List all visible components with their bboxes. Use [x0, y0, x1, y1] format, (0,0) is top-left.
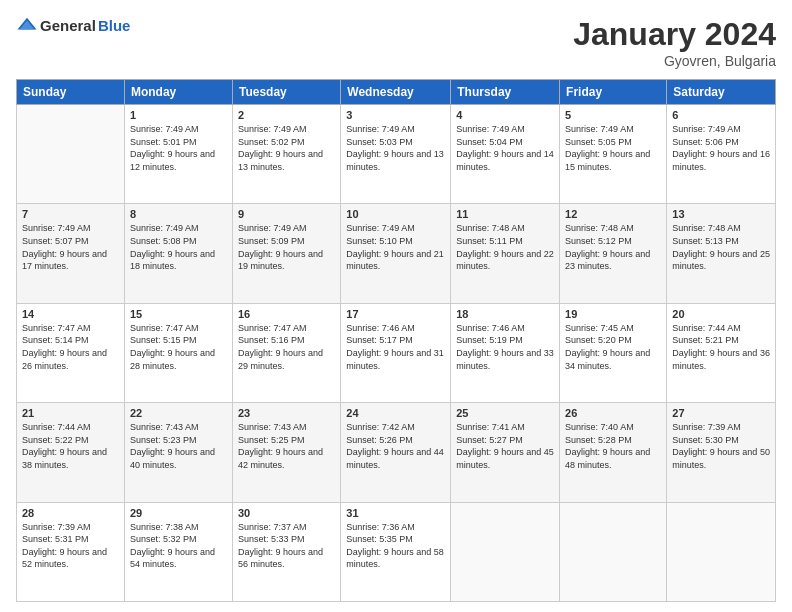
- day-info: Sunrise: 7:43 AM Sunset: 5:25 PM Dayligh…: [238, 421, 335, 471]
- day-info: Sunrise: 7:48 AM Sunset: 5:11 PM Dayligh…: [456, 222, 554, 272]
- day-thursday: Thursday: [451, 80, 560, 105]
- day-info: Sunrise: 7:49 AM Sunset: 5:01 PM Dayligh…: [130, 123, 227, 173]
- table-row: 29 Sunrise: 7:38 AM Sunset: 5:32 PM Dayl…: [124, 502, 232, 601]
- day-number: 31: [346, 507, 445, 519]
- table-row: 2 Sunrise: 7:49 AM Sunset: 5:02 PM Dayli…: [232, 105, 340, 204]
- day-number: 13: [672, 208, 770, 220]
- day-number: 20: [672, 308, 770, 320]
- header: General Blue January 2024 Gyovren, Bulga…: [16, 16, 776, 69]
- calendar-row: 14 Sunrise: 7:47 AM Sunset: 5:14 PM Dayl…: [17, 303, 776, 402]
- day-number: 28: [22, 507, 119, 519]
- table-row: 19 Sunrise: 7:45 AM Sunset: 5:20 PM Dayl…: [560, 303, 667, 402]
- table-row: 5 Sunrise: 7:49 AM Sunset: 5:05 PM Dayli…: [560, 105, 667, 204]
- calendar-row: 1 Sunrise: 7:49 AM Sunset: 5:01 PM Dayli…: [17, 105, 776, 204]
- day-number: 29: [130, 507, 227, 519]
- table-row: [17, 105, 125, 204]
- day-info: Sunrise: 7:39 AM Sunset: 5:31 PM Dayligh…: [22, 521, 119, 571]
- day-number: 8: [130, 208, 227, 220]
- day-friday: Friday: [560, 80, 667, 105]
- day-info: Sunrise: 7:48 AM Sunset: 5:13 PM Dayligh…: [672, 222, 770, 272]
- day-info: Sunrise: 7:47 AM Sunset: 5:15 PM Dayligh…: [130, 322, 227, 372]
- day-number: 22: [130, 407, 227, 419]
- table-row: 31 Sunrise: 7:36 AM Sunset: 5:35 PM Dayl…: [341, 502, 451, 601]
- table-row: 11 Sunrise: 7:48 AM Sunset: 5:11 PM Dayl…: [451, 204, 560, 303]
- table-row: 16 Sunrise: 7:47 AM Sunset: 5:16 PM Dayl…: [232, 303, 340, 402]
- title-area: January 2024 Gyovren, Bulgaria: [573, 16, 776, 69]
- day-info: Sunrise: 7:42 AM Sunset: 5:26 PM Dayligh…: [346, 421, 445, 471]
- day-monday: Monday: [124, 80, 232, 105]
- day-info: Sunrise: 7:41 AM Sunset: 5:27 PM Dayligh…: [456, 421, 554, 471]
- day-info: Sunrise: 7:46 AM Sunset: 5:17 PM Dayligh…: [346, 322, 445, 372]
- table-row: 6 Sunrise: 7:49 AM Sunset: 5:06 PM Dayli…: [667, 105, 776, 204]
- table-row: 3 Sunrise: 7:49 AM Sunset: 5:03 PM Dayli…: [341, 105, 451, 204]
- calendar-row: 21 Sunrise: 7:44 AM Sunset: 5:22 PM Dayl…: [17, 403, 776, 502]
- day-info: Sunrise: 7:49 AM Sunset: 5:02 PM Dayligh…: [238, 123, 335, 173]
- table-row: 25 Sunrise: 7:41 AM Sunset: 5:27 PM Dayl…: [451, 403, 560, 502]
- table-row: 9 Sunrise: 7:49 AM Sunset: 5:09 PM Dayli…: [232, 204, 340, 303]
- day-info: Sunrise: 7:47 AM Sunset: 5:14 PM Dayligh…: [22, 322, 119, 372]
- day-info: Sunrise: 7:38 AM Sunset: 5:32 PM Dayligh…: [130, 521, 227, 571]
- calendar-row: 7 Sunrise: 7:49 AM Sunset: 5:07 PM Dayli…: [17, 204, 776, 303]
- day-info: Sunrise: 7:44 AM Sunset: 5:21 PM Dayligh…: [672, 322, 770, 372]
- logo-blue-text: Blue: [98, 17, 131, 34]
- day-number: 6: [672, 109, 770, 121]
- table-row: 1 Sunrise: 7:49 AM Sunset: 5:01 PM Dayli…: [124, 105, 232, 204]
- day-number: 30: [238, 507, 335, 519]
- table-row: 28 Sunrise: 7:39 AM Sunset: 5:31 PM Dayl…: [17, 502, 125, 601]
- table-row: 21 Sunrise: 7:44 AM Sunset: 5:22 PM Dayl…: [17, 403, 125, 502]
- subtitle: Gyovren, Bulgaria: [573, 53, 776, 69]
- table-row: [560, 502, 667, 601]
- day-sunday: Sunday: [17, 80, 125, 105]
- day-number: 14: [22, 308, 119, 320]
- day-info: Sunrise: 7:49 AM Sunset: 5:04 PM Dayligh…: [456, 123, 554, 173]
- day-number: 10: [346, 208, 445, 220]
- logo: General Blue: [16, 16, 130, 34]
- table-row: 30 Sunrise: 7:37 AM Sunset: 5:33 PM Dayl…: [232, 502, 340, 601]
- day-number: 25: [456, 407, 554, 419]
- logo-general-text: General: [40, 17, 96, 34]
- day-info: Sunrise: 7:49 AM Sunset: 5:06 PM Dayligh…: [672, 123, 770, 173]
- day-info: Sunrise: 7:49 AM Sunset: 5:07 PM Dayligh…: [22, 222, 119, 272]
- day-number: 24: [346, 407, 445, 419]
- day-info: Sunrise: 7:49 AM Sunset: 5:09 PM Dayligh…: [238, 222, 335, 272]
- day-number: 27: [672, 407, 770, 419]
- table-row: 7 Sunrise: 7:49 AM Sunset: 5:07 PM Dayli…: [17, 204, 125, 303]
- table-row: 13 Sunrise: 7:48 AM Sunset: 5:13 PM Dayl…: [667, 204, 776, 303]
- table-row: 4 Sunrise: 7:49 AM Sunset: 5:04 PM Dayli…: [451, 105, 560, 204]
- day-info: Sunrise: 7:47 AM Sunset: 5:16 PM Dayligh…: [238, 322, 335, 372]
- table-row: [451, 502, 560, 601]
- day-info: Sunrise: 7:36 AM Sunset: 5:35 PM Dayligh…: [346, 521, 445, 571]
- day-number: 2: [238, 109, 335, 121]
- days-header-row: Sunday Monday Tuesday Wednesday Thursday…: [17, 80, 776, 105]
- table-row: 10 Sunrise: 7:49 AM Sunset: 5:10 PM Dayl…: [341, 204, 451, 303]
- table-row: 20 Sunrise: 7:44 AM Sunset: 5:21 PM Dayl…: [667, 303, 776, 402]
- day-info: Sunrise: 7:43 AM Sunset: 5:23 PM Dayligh…: [130, 421, 227, 471]
- day-tuesday: Tuesday: [232, 80, 340, 105]
- day-number: 9: [238, 208, 335, 220]
- day-wednesday: Wednesday: [341, 80, 451, 105]
- day-info: Sunrise: 7:48 AM Sunset: 5:12 PM Dayligh…: [565, 222, 661, 272]
- day-number: 1: [130, 109, 227, 121]
- day-number: 11: [456, 208, 554, 220]
- table-row: 17 Sunrise: 7:46 AM Sunset: 5:17 PM Dayl…: [341, 303, 451, 402]
- day-number: 21: [22, 407, 119, 419]
- table-row: 18 Sunrise: 7:46 AM Sunset: 5:19 PM Dayl…: [451, 303, 560, 402]
- day-info: Sunrise: 7:49 AM Sunset: 5:10 PM Dayligh…: [346, 222, 445, 272]
- day-number: 26: [565, 407, 661, 419]
- day-number: 7: [22, 208, 119, 220]
- day-info: Sunrise: 7:37 AM Sunset: 5:33 PM Dayligh…: [238, 521, 335, 571]
- day-saturday: Saturday: [667, 80, 776, 105]
- day-number: 3: [346, 109, 445, 121]
- table-row: 22 Sunrise: 7:43 AM Sunset: 5:23 PM Dayl…: [124, 403, 232, 502]
- day-info: Sunrise: 7:44 AM Sunset: 5:22 PM Dayligh…: [22, 421, 119, 471]
- day-number: 12: [565, 208, 661, 220]
- table-row: 24 Sunrise: 7:42 AM Sunset: 5:26 PM Dayl…: [341, 403, 451, 502]
- table-row: 26 Sunrise: 7:40 AM Sunset: 5:28 PM Dayl…: [560, 403, 667, 502]
- table-row: 14 Sunrise: 7:47 AM Sunset: 5:14 PM Dayl…: [17, 303, 125, 402]
- calendar-row: 28 Sunrise: 7:39 AM Sunset: 5:31 PM Dayl…: [17, 502, 776, 601]
- day-number: 4: [456, 109, 554, 121]
- day-info: Sunrise: 7:45 AM Sunset: 5:20 PM Dayligh…: [565, 322, 661, 372]
- day-number: 5: [565, 109, 661, 121]
- table-row: 23 Sunrise: 7:43 AM Sunset: 5:25 PM Dayl…: [232, 403, 340, 502]
- table-row: [667, 502, 776, 601]
